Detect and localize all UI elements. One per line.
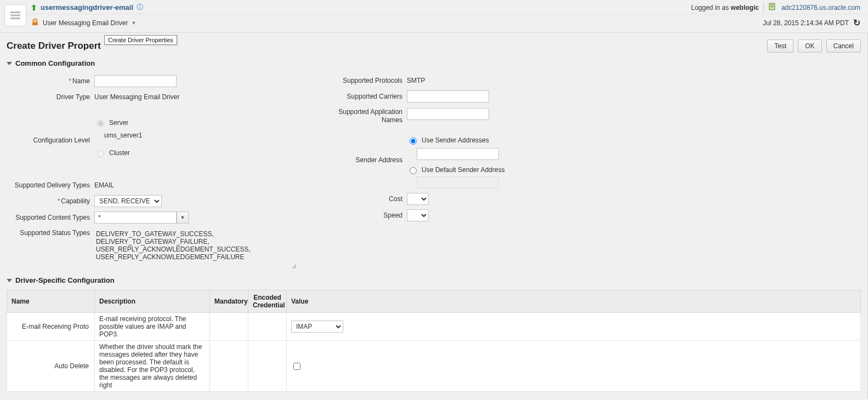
th-desc[interactable]: Description [95,290,210,313]
content-types-input[interactable] [94,212,177,224]
label-sender-address: Sender Address [319,134,407,164]
cell-row0-encoded [248,313,287,341]
value-driver-type: User Messaging Email Driver [94,93,297,101]
svg-rect-7 [32,22,38,25]
section-driver-config[interactable]: Driver-Specific Configuration [7,276,861,284]
separator [763,3,764,13]
info-icon[interactable]: ⓘ [137,3,143,12]
capability-select[interactable]: SEND, RECEIVE [94,195,162,207]
breadcrumb-bar: ⬆ usermessagingdriver-email ⓘ Logged in … [0,0,868,14]
host-icon [768,2,777,13]
radio-use-default-sender[interactable] [410,167,417,174]
subheader-bar: User Messaging Email Driver ▼ Jul 28, 20… [0,14,868,33]
test-button[interactable]: Test [767,39,793,53]
refresh-icon[interactable]: ↻ [853,18,860,28]
label-app-names: Supported Application Names [319,108,407,124]
page-title: Create Driver Propert Create Driver Prop… [7,41,101,52]
host-link[interactable]: adc2120876.us.oracle.com [781,4,860,12]
label-name: Name [72,77,90,85]
tooltip-create-driver-properties: Create Driver Properties [104,35,177,45]
label-carriers: Supported Carriers [319,93,407,100]
th-encoded[interactable]: Encoded Credential [248,290,287,313]
speed-select[interactable] [407,209,429,221]
section-common-config[interactable]: Common Configuration [7,59,861,67]
carriers-input[interactable] [407,90,489,102]
label-protocols: Supported Protocols [319,77,407,84]
table-row: Auto Delete Whether the driver should ma… [7,341,861,392]
disclosure-icon[interactable] [7,62,12,65]
label-driver-type: Driver Type [7,93,94,101]
app-names-input[interactable] [407,108,489,120]
disclosure-icon[interactable] [7,279,12,282]
timestamp-label: Jul 28, 2015 2:14:34 AM PDT [763,19,849,27]
label-delivery-types: Supported Delivery Types [7,181,94,189]
value-server: ums_server1 [104,132,297,139]
cell-row1-name: Auto Delete [7,341,95,392]
cost-select[interactable] [407,193,429,205]
status-types-textarea[interactable]: DELIVERY_TO_GATEWAY_SUCCESS, DELIVERY_TO… [94,229,297,270]
label-cost: Cost [319,195,407,203]
section-driver-label: Driver-Specific Configuration [15,276,115,284]
radio-cluster-label: Cluster [109,149,130,157]
email-proto-select[interactable]: IMAP [291,321,343,333]
cancel-button[interactable]: Cancel [826,39,861,53]
label-config-level: Configuration Level [7,117,94,144]
th-value[interactable]: Value [287,290,861,313]
radio-use-sender-label: Use Sender Addresses [422,136,489,144]
radio-server-label: Server [109,119,128,127]
chevron-down-icon[interactable]: ▼ [131,20,136,26]
page-header: Create Driver Propert Create Driver Prop… [7,39,861,53]
svg-rect-0 [10,12,20,13]
cell-row0-mandatory [210,313,248,341]
th-name[interactable]: Name [7,290,95,313]
label-capability: Capability [61,197,90,205]
radio-use-sender[interactable] [410,138,417,145]
th-mandatory[interactable]: Mandatory [210,290,248,313]
label-content-types: Supported Content Types [7,214,94,221]
subheader-menu[interactable]: User Messaging Email Driver [43,19,128,27]
cell-row0-value: IMAP [287,313,861,341]
sender-address-input[interactable] [417,148,499,160]
driver-type-icon [31,18,39,28]
cell-row1-value [287,341,861,392]
up-nav-icon[interactable]: ⬆ [31,3,37,12]
auto-delete-checkbox[interactable] [293,363,300,370]
section-common-label: Common Configuration [15,59,95,67]
radio-server [97,120,104,127]
name-input[interactable] [94,75,177,87]
label-speed: Speed [319,212,407,219]
svg-rect-1 [10,15,20,16]
cell-row1-encoded [248,341,287,392]
driver-config-table: Name Description Mandatory Encoded Crede… [7,290,861,392]
cell-row0-desc: E-mail receiving protocol. The possible … [95,313,210,341]
value-protocols: SMTP [407,77,604,84]
default-sender-disabled-input [417,176,499,188]
svg-point-6 [33,19,37,23]
ok-button[interactable]: OK [798,39,821,53]
radio-cluster [97,150,104,157]
logged-in-label: Logged in as weblogic [691,4,758,12]
value-delivery-types: EMAIL [94,181,297,189]
label-status-types: Supported Status Types [7,229,94,237]
radio-use-default-sender-label: Use Default Sender Address [422,166,504,174]
svg-rect-2 [10,18,20,19]
app-title-link[interactable]: usermessagingdriver-email [41,3,133,12]
table-row: E-mail Receiving Proto E-mail receiving … [7,313,861,341]
cell-row1-mandatory [210,341,248,392]
content-types-dropdown-button[interactable]: ▼ [177,212,189,224]
cell-row0-name: E-mail Receiving Proto [7,313,95,341]
menu-icon[interactable] [4,4,26,26]
cell-row1-desc: Whether the driver should mark the messa… [95,341,210,392]
